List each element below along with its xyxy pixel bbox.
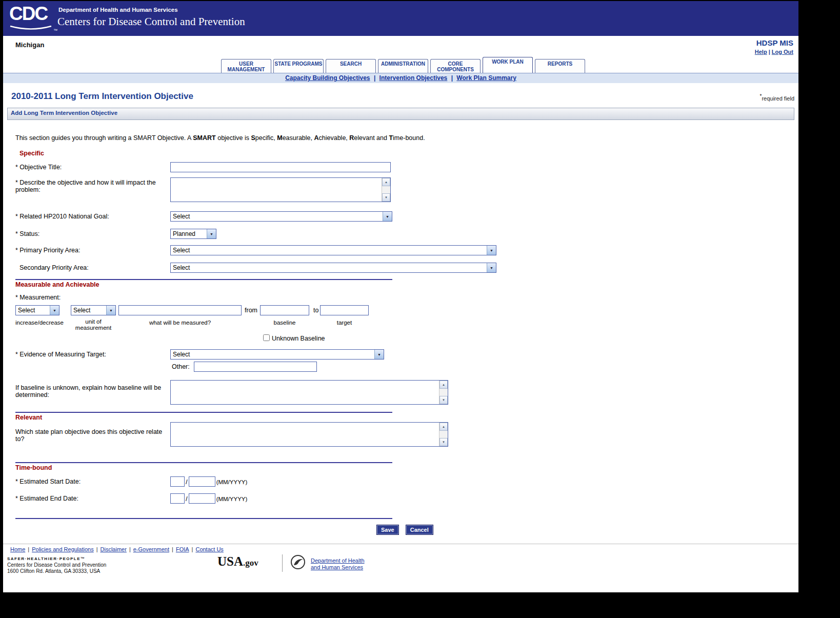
evidence-select[interactable]: Select▼ [170, 349, 384, 360]
primary-priority-label: * Primary Priority Area: [15, 245, 170, 254]
banner-department-line: Department of Health and Human Services [58, 7, 178, 13]
usa-gov-logo[interactable]: USA.gov [217, 554, 258, 569]
help-link[interactable]: Help [755, 49, 767, 55]
dropdown-arrow-icon: ▼ [383, 212, 392, 221]
dropdown-arrow-icon: ▼ [207, 229, 216, 238]
tab-search[interactable]: SEARCH [326, 59, 376, 73]
save-button[interactable]: Save [377, 525, 398, 534]
app-name: HDSP MIS [755, 38, 793, 47]
footer-link-disclaimer[interactable]: Disclaimer [101, 546, 127, 552]
required-field-note: *required field [760, 93, 795, 102]
other-input[interactable] [194, 362, 317, 372]
footer-link-home[interactable]: Home [10, 546, 25, 552]
hp2010-select[interactable]: Select▼ [170, 211, 392, 222]
tab-reports[interactable]: REPORTS [535, 59, 585, 73]
primary-priority-select[interactable]: Select▼ [170, 245, 496, 255]
scrollbar[interactable]: ▲▼ [439, 423, 448, 446]
unit-select-value: Select [71, 306, 106, 315]
footer-address: 1600 Clifton Rd. Atlanta, GA 30333, USA [7, 568, 100, 574]
cdc-swoosh-icon [9, 25, 52, 31]
usa-gov-logo-gov: .gov [243, 558, 258, 568]
measurement-caption: what will be measured? [118, 320, 242, 326]
page-title: 2010-2011 Long Term Intervention Objecti… [11, 91, 193, 102]
separator: | [129, 546, 131, 552]
heading-specific: Specific [19, 150, 798, 157]
cdc-banner: CDC ™ Department of Health and Human Ser… [3, 1, 798, 36]
intro-segment: objective is [216, 134, 251, 142]
intro-segment: pecific, [255, 134, 277, 142]
scrollbar[interactable]: ▲▼ [439, 381, 448, 404]
masthead: Michigan HDSP MIS Help | Log Out [3, 36, 798, 56]
start-year-input[interactable] [189, 476, 215, 487]
subnav-work-plan-summary[interactable]: Work Plan Summary [456, 74, 516, 82]
secondary-priority-select[interactable]: Select▼ [170, 263, 496, 273]
tab-state-programs[interactable]: STATE PROGRAMS [273, 59, 324, 73]
measurement-block: Select▼ Select▼ from to increase/decreas… [15, 302, 798, 346]
scroll-up-icon[interactable]: ▲ [439, 381, 448, 389]
baseline-explain-label: If baseline is unknown, explain how base… [15, 380, 170, 398]
end-year-input[interactable] [189, 493, 215, 504]
tab-bar: USER MANAGEMENT STATE PROGRAMS SEARCH AD… [3, 56, 798, 73]
footer-link-foia[interactable]: FOIA [176, 546, 189, 552]
tab-work-plan[interactable]: WORK PLAN [483, 57, 533, 73]
separator: | [172, 546, 173, 552]
unit-select[interactable]: Select▼ [71, 305, 116, 315]
scroll-up-icon[interactable]: ▲ [439, 423, 448, 431]
section-divider [15, 462, 392, 463]
footer-link-egovernment[interactable]: e-Government [133, 546, 169, 552]
state-plan-textarea[interactable] [171, 423, 439, 446]
scroll-up-icon[interactable]: ▲ [382, 178, 390, 186]
heading-timebound: Time-bound [15, 464, 798, 471]
scroll-down-icon[interactable]: ▼ [382, 193, 390, 202]
describe-textarea[interactable] [171, 178, 382, 202]
subnav-capacity-building-objectives[interactable]: Capacity Building Objectives [285, 74, 370, 82]
section-divider [15, 279, 392, 280]
intro-segment: elevant and [354, 134, 389, 142]
objective-title-input[interactable] [170, 162, 391, 172]
dropdown-arrow-icon: ▼ [487, 263, 496, 272]
section-header-bar: Add Long Term Intervention Objective [7, 108, 794, 120]
heading-relevant: Relevant [15, 414, 798, 421]
evidence-select-value: Select [171, 350, 374, 359]
scrollbar[interactable]: ▲▼ [382, 178, 390, 202]
cdc-logo: CDC ™ [9, 4, 52, 33]
footer-link-contact-us[interactable]: Contact Us [195, 546, 223, 552]
cancel-button[interactable]: Cancel [406, 525, 433, 534]
intro-segment: This section guides you through writing … [15, 134, 193, 142]
end-month-input[interactable] [170, 493, 185, 504]
logout-link[interactable]: Log Out [772, 49, 793, 55]
primary-priority-select-value: Select [171, 246, 487, 255]
increase-decrease-select[interactable]: Select▼ [15, 305, 59, 315]
separator: | [769, 49, 770, 55]
app-block: HDSP MIS Help | Log Out [755, 38, 793, 55]
other-label: Other: [172, 362, 190, 370]
separator: | [374, 74, 375, 82]
unknown-baseline-checkbox[interactable] [263, 334, 270, 341]
date-separator: / [186, 493, 188, 503]
dropdown-arrow-icon: ▼ [50, 306, 59, 315]
tab-administration[interactable]: ADMINISTRATION [378, 59, 428, 73]
dropdown-arrow-icon: ▼ [106, 306, 115, 315]
intro-segment: T [389, 134, 393, 142]
scroll-down-icon[interactable]: ▼ [439, 438, 448, 446]
to-label: to [313, 307, 318, 314]
footer-divider [282, 554, 283, 572]
baseline-explain-textarea-frame: ▲▼ [170, 380, 448, 405]
measured-input[interactable] [118, 305, 242, 315]
tab-core-components[interactable]: CORE COMPONENTS [430, 59, 481, 73]
subnav-intervention-objectives[interactable]: Intervention Objectives [379, 74, 448, 82]
footer-tagline: SAFER·HEALTHIER·PEOPLE™ [7, 556, 86, 561]
target-input[interactable] [320, 305, 369, 315]
scroll-down-icon[interactable]: ▼ [439, 396, 448, 404]
hhs-link[interactable]: Department of Health and Human Services [311, 557, 375, 571]
baseline-explain-textarea[interactable] [171, 381, 439, 404]
tab-user-management[interactable]: USER MANAGEMENT [221, 59, 271, 73]
unknown-baseline-label: Unknown Baseline [272, 335, 325, 342]
start-month-input[interactable] [170, 476, 185, 487]
intro-segment: R [349, 134, 354, 142]
footer-link-policies[interactable]: Policies and Regulations [32, 546, 93, 552]
date-format-hint: (MM/YYYY) [216, 493, 248, 502]
status-select[interactable]: Planned▼ [170, 229, 216, 239]
baseline-input[interactable] [260, 305, 309, 315]
usa-gov-logo-usa: USA [217, 554, 243, 568]
